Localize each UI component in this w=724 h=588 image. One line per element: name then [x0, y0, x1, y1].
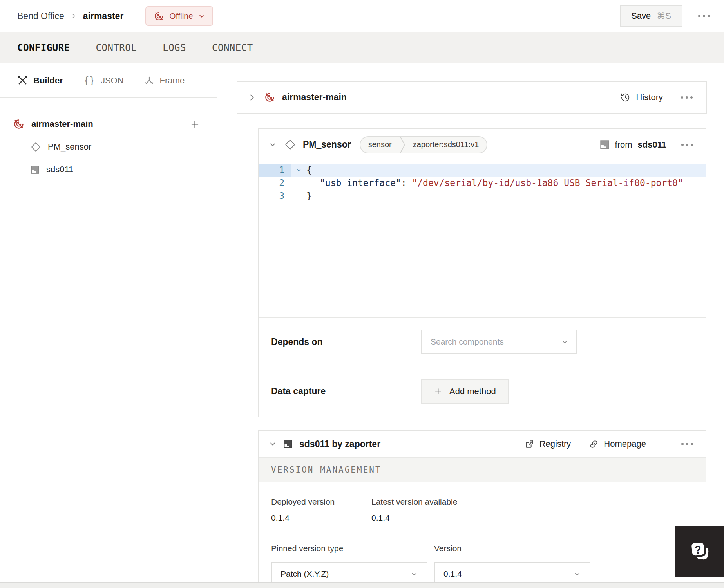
- history-button[interactable]: History: [620, 92, 663, 103]
- code-line-2: 2 "usb_interface": "/dev/serial/by-id/us…: [259, 177, 706, 189]
- registry-label: Registry: [539, 439, 571, 449]
- tree-item-machine[interactable]: airmaster-main: [0, 113, 217, 135]
- pm-sensor-card-header: PM_sensor sensor zaporter:sds011:v1 from…: [259, 129, 706, 161]
- latest-version-label: Latest version available: [371, 497, 457, 507]
- chevron-down-icon: [561, 338, 568, 346]
- chevron-right-icon[interactable]: [248, 93, 256, 102]
- module-card-header: sds011 by zaporter Registry: [259, 431, 706, 457]
- wifi-off-icon: [264, 92, 275, 103]
- page-bottom-strip: [0, 582, 724, 588]
- tools-icon: [17, 75, 28, 86]
- history-clock-icon: [620, 92, 630, 103]
- module-icon: [283, 439, 293, 449]
- tab-control[interactable]: CONTROL: [96, 42, 137, 53]
- status-label: Offline: [169, 11, 193, 21]
- add-component-button[interactable]: [190, 119, 200, 130]
- fold-toggle[interactable]: [291, 164, 306, 177]
- version-management-header: VERSION MANAGEMENT: [259, 457, 706, 482]
- homepage-label: Homepage: [604, 439, 646, 449]
- top-bar: Bend Office airmaster Offline Save ⌘S: [0, 0, 724, 32]
- save-shortcut: ⌘S: [657, 11, 671, 21]
- save-label: Save: [631, 11, 651, 21]
- component-card-menu[interactable]: [681, 144, 693, 146]
- depends-on-select[interactable]: [421, 330, 577, 354]
- chevron-down-icon[interactable]: [269, 141, 277, 149]
- component-type-tag: sensor zaporter:sds011:v1: [360, 136, 488, 153]
- sds011-module-card: sds011 by zaporter Registry: [258, 430, 706, 588]
- module-icon: [31, 165, 40, 174]
- code-text: "usb_interface": "/dev/serial/by-id/usb-…: [306, 177, 683, 189]
- breadcrumb-chevron-icon: [71, 13, 77, 19]
- line-number: 1: [259, 164, 291, 177]
- pinned-version-type-label: Pinned version type: [271, 544, 434, 553]
- code-line-3: 3 }: [259, 189, 706, 202]
- view-builder[interactable]: Builder: [17, 75, 63, 86]
- tab-configure[interactable]: CONFIGURE: [17, 42, 70, 53]
- latest-version-value: 0.1.4: [371, 513, 457, 523]
- help-chat-icon: ?: [686, 538, 712, 564]
- version-label: Version: [434, 544, 590, 553]
- homepage-link[interactable]: Homepage: [589, 439, 646, 449]
- machine-part-title: airmaster-main: [282, 92, 347, 103]
- save-button[interactable]: Save ⌘S: [620, 5, 682, 27]
- view-json[interactable]: {} JSON: [83, 75, 124, 86]
- code-text: }: [306, 189, 312, 202]
- view-frame[interactable]: Frame: [144, 76, 185, 86]
- module-card-menu[interactable]: [681, 443, 693, 445]
- search-components-input[interactable]: [430, 337, 561, 347]
- view-frame-label: Frame: [160, 76, 185, 86]
- breadcrumb-location[interactable]: Bend Office: [17, 11, 64, 22]
- help-button[interactable]: ?: [675, 526, 724, 577]
- svg-text:?: ?: [694, 543, 702, 556]
- machine-card-menu[interactable]: [681, 96, 693, 99]
- history-label: History: [636, 92, 663, 103]
- component-tree: airmaster-main PM_sensor sds011: [0, 98, 217, 181]
- machine-status-dropdown[interactable]: Offline: [145, 6, 213, 26]
- chevron-down-icon: [411, 570, 418, 578]
- link-icon: [589, 439, 599, 449]
- plus-icon: [190, 119, 200, 130]
- json-string-value: "/dev/serial/by-id/usb-1a86_USB_Serial-i…: [412, 178, 683, 188]
- add-method-label: Add method: [449, 386, 496, 397]
- json-key: "usb_interface": [320, 178, 401, 188]
- data-capture-label: Data capture: [271, 386, 421, 397]
- depends-on-label: Depends on: [271, 337, 421, 347]
- deployed-version-value: 0.1.4: [271, 513, 371, 523]
- plus-icon: [434, 387, 443, 396]
- tree-machine-label: airmaster-main: [31, 119, 93, 129]
- config-sidebar: Builder {} JSON Frame ai: [0, 63, 217, 588]
- tree-item-pm-sensor[interactable]: PM_sensor: [0, 135, 217, 158]
- add-method-button[interactable]: Add method: [421, 379, 509, 404]
- attributes-json-editor[interactable]: 1 { 2 "usb_interface": "/dev/serial/by-i…: [259, 161, 706, 317]
- chevron-down-icon[interactable]: [269, 440, 277, 448]
- breadcrumb-machine-name: airmaster: [83, 11, 124, 22]
- component-diamond-icon: [31, 142, 41, 152]
- tree-sds011-label: sds011: [46, 164, 73, 175]
- data-capture-row: Data capture Add method: [259, 366, 706, 417]
- code-line-1: 1 {: [259, 164, 706, 177]
- from-module-name: sds011: [638, 140, 666, 150]
- tab-connect[interactable]: CONNECT: [212, 42, 253, 53]
- component-title: PM_sensor: [303, 139, 351, 150]
- registry-link[interactable]: Registry: [525, 439, 571, 449]
- line-number: 2: [259, 177, 291, 189]
- view-json-label: JSON: [101, 76, 124, 86]
- tab-logs[interactable]: LOGS: [163, 42, 186, 53]
- module-title: sds011 by zaporter: [299, 439, 380, 449]
- wifi-off-icon: [13, 118, 25, 130]
- from-label: from: [615, 140, 632, 150]
- configure-panel: airmaster-main History PM_sensor: [217, 63, 724, 588]
- tree-item-sds011[interactable]: sds011: [0, 158, 217, 181]
- frame-axes-icon: [144, 76, 154, 86]
- deployed-version-label: Deployed version: [271, 497, 371, 507]
- version-management-content: Deployed version 0.1.4 Latest version av…: [259, 482, 706, 588]
- topbar-overflow-menu[interactable]: [698, 15, 710, 17]
- pm-sensor-card: PM_sensor sensor zaporter:sds011:v1 from…: [258, 128, 706, 417]
- main-tab-bar: CONFIGURE CONTROL LOGS CONNECT: [0, 32, 724, 63]
- braces-icon: {}: [83, 75, 95, 86]
- version-value: 0.1.4: [443, 569, 574, 579]
- view-builder-label: Builder: [33, 76, 63, 86]
- tag-type: sensor: [360, 140, 400, 149]
- tree-pm-sensor-label: PM_sensor: [48, 142, 91, 152]
- fold-chevron-icon: [296, 167, 302, 173]
